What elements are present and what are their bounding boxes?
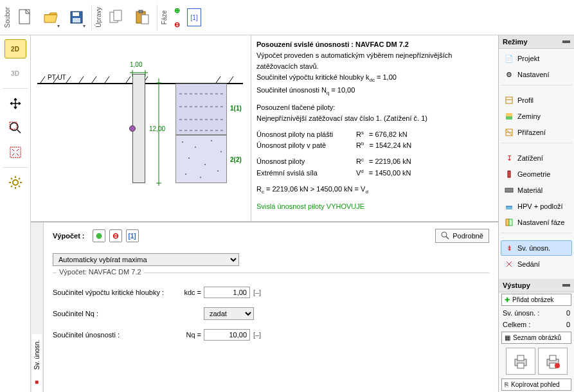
print-button-1[interactable] bbox=[506, 348, 535, 375]
svg-point-43 bbox=[185, 174, 186, 175]
bottom-tab-label[interactable]: ■ Sv. únosn. bbox=[31, 222, 44, 392]
modes-header: Režimy bbox=[503, 38, 528, 46]
water-icon bbox=[505, 202, 514, 211]
save-file-button[interactable] bbox=[64, 3, 89, 32]
mode-geometrie[interactable]: Geometrie bbox=[501, 166, 572, 182]
svg-rect-64 bbox=[506, 219, 509, 226]
pile-joint bbox=[129, 125, 136, 132]
svg-rect-72 bbox=[550, 355, 556, 361]
layer-tag-1: 1(1) bbox=[230, 105, 242, 112]
dim-depth-line bbox=[155, 75, 163, 191]
svg-rect-8 bbox=[141, 15, 148, 24]
svg-point-36 bbox=[182, 141, 183, 143]
mode-sedani[interactable]: Sedání bbox=[501, 256, 572, 272]
nq-input[interactable] bbox=[204, 329, 250, 341]
view-3d-button[interactable]: 3D bbox=[4, 64, 26, 83]
svg-rect-61 bbox=[505, 188, 513, 192]
kdc-input[interactable] bbox=[204, 287, 250, 298]
add-image-button[interactable]: ✚Přidat obrázek bbox=[501, 294, 571, 306]
results-intro: Výpočet proveden s automatickým výběrem … bbox=[256, 50, 493, 72]
svg-rect-2 bbox=[73, 12, 79, 16]
svg-point-42 bbox=[217, 170, 219, 172]
view-2d-button[interactable]: 2D bbox=[4, 39, 26, 58]
svg-rect-55 bbox=[506, 113, 512, 116]
svg-rect-53 bbox=[506, 97, 512, 103]
phase-add-button[interactable]: ⊕ bbox=[170, 3, 184, 17]
new-file-button[interactable] bbox=[13, 3, 37, 32]
printer-color-icon bbox=[544, 353, 561, 370]
svg-line-18 bbox=[11, 178, 12, 179]
vypocet-label: Výpočet : bbox=[53, 232, 85, 240]
settlement-icon bbox=[505, 260, 514, 269]
out1-label: Sv. únosn. : bbox=[503, 309, 539, 317]
zoom-button[interactable] bbox=[4, 118, 26, 138]
out2-label: Celkem : bbox=[503, 321, 530, 328]
minimize-icon-2[interactable] bbox=[562, 284, 570, 287]
drawing-canvas[interactable]: PT UT 1,00 12,00 1(1) bbox=[31, 35, 251, 221]
calc-add-button[interactable]: ⊕ bbox=[93, 229, 105, 242]
mode-material[interactable]: Materiál bbox=[501, 183, 572, 198]
svg-line-10 bbox=[17, 130, 21, 133]
svg-rect-7 bbox=[139, 10, 143, 13]
layer-tag-2: 2(2) bbox=[230, 156, 242, 163]
mode-select[interactable]: Automaticky vybírat maxima bbox=[53, 253, 239, 266]
soil-layer-1 bbox=[175, 84, 227, 135]
mode-prirazeni[interactable]: Přiřazení bbox=[501, 125, 572, 140]
image-list-button[interactable]: ▦Seznam obrázků bbox=[501, 332, 571, 344]
mode-zeminy[interactable]: Zeminy bbox=[501, 109, 572, 124]
out1-value: 0 bbox=[566, 309, 570, 317]
svg-point-38 bbox=[211, 140, 212, 141]
open-file-button[interactable] bbox=[39, 3, 63, 32]
mode-nastaveni-faze[interactable]: Nastavení fáze bbox=[501, 215, 572, 230]
print-button-2[interactable] bbox=[538, 348, 568, 375]
svg-line-22 bbox=[40, 76, 45, 83]
list-icon: ▦ bbox=[505, 334, 510, 341]
svg-line-23 bbox=[53, 76, 58, 83]
svg-rect-56 bbox=[506, 116, 512, 120]
svg-point-41 bbox=[204, 164, 206, 165]
mode-profil[interactable]: Profil bbox=[501, 93, 572, 108]
out2-value: 0 bbox=[566, 321, 570, 328]
geometry-icon bbox=[505, 170, 514, 179]
soil-layer-2 bbox=[175, 135, 227, 183]
phase-remove-button[interactable]: ⊖ bbox=[170, 17, 184, 31]
mode-nastaveni[interactable]: ⚙Nastavení bbox=[501, 67, 572, 82]
phase-1-button[interactable]: [1] bbox=[187, 8, 201, 26]
svg-line-28 bbox=[126, 76, 130, 83]
svg-rect-12 bbox=[10, 147, 21, 157]
section-2a: Posouzení tlačené piloty: bbox=[256, 102, 493, 113]
fit-button[interactable] bbox=[4, 143, 26, 162]
calc-remove-button[interactable]: ⊖ bbox=[109, 229, 122, 242]
calc-1-button[interactable]: [1] bbox=[126, 229, 139, 242]
paste-button[interactable] bbox=[130, 3, 154, 32]
svg-rect-62 bbox=[506, 206, 512, 209]
svg-point-37 bbox=[195, 147, 196, 148]
p3-unit: [–] bbox=[250, 331, 264, 339]
copy-view-button[interactable]: ⎘Kopírovat pohled bbox=[501, 379, 571, 391]
settings-button[interactable] bbox=[4, 173, 26, 192]
nq-mode-select[interactable]: zadat bbox=[204, 307, 254, 320]
results-panel: Posouzení svislé únosnosti : NAVFAC DM 7… bbox=[251, 35, 498, 221]
mode-projekt[interactable]: 📄Projekt bbox=[501, 51, 572, 66]
svg-rect-70 bbox=[517, 363, 524, 368]
svg-rect-3 bbox=[73, 18, 80, 22]
copy-button[interactable] bbox=[104, 3, 129, 32]
gear-icon: ⚙ bbox=[505, 70, 514, 79]
material-icon bbox=[505, 186, 514, 195]
detail-button[interactable]: Podrobně bbox=[435, 229, 489, 243]
mode-sv-unosn[interactable]: ⇟Sv. únosn. bbox=[501, 240, 572, 256]
p1-unit: [–] bbox=[250, 289, 264, 296]
svg-line-31 bbox=[229, 76, 233, 83]
p3-label: Součinitel únosnosti : bbox=[53, 331, 175, 339]
svg-line-20 bbox=[19, 178, 20, 179]
svg-rect-65 bbox=[509, 219, 512, 226]
minimize-icon[interactable] bbox=[562, 40, 570, 43]
mode-zatizeni[interactable]: ↧Zatížení bbox=[501, 150, 572, 166]
group-label-file: Soubor bbox=[3, 6, 12, 29]
mode-hpv[interactable]: HPV + podloží bbox=[501, 199, 572, 214]
pan-button[interactable] bbox=[4, 94, 26, 113]
phase-settings-icon bbox=[505, 218, 514, 227]
verdict: Svislá únosnost piloty VYHOVUJE bbox=[256, 201, 493, 212]
load-icon: ↧ bbox=[505, 154, 514, 163]
svg-line-27 bbox=[105, 76, 109, 83]
